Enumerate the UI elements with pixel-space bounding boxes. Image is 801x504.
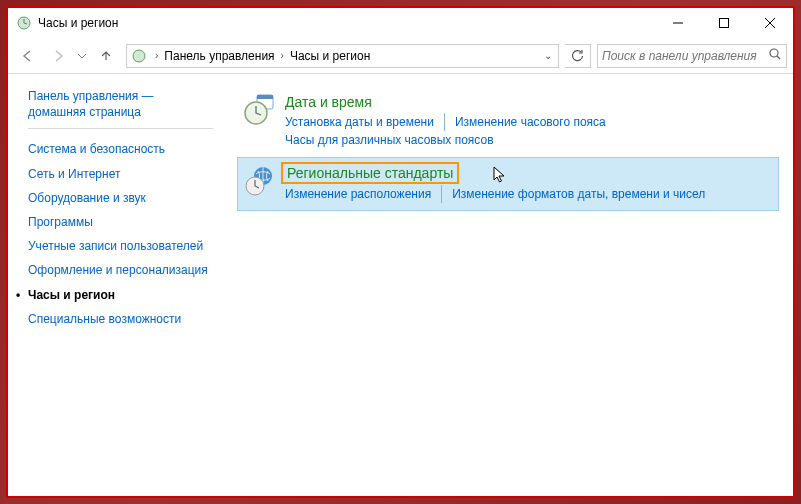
address-dropdown[interactable]: ⌄	[538, 50, 558, 61]
panel-title-datetime[interactable]: Дата и время	[285, 94, 372, 110]
sidebar-item-appearance[interactable]: Оформление и персонализация	[28, 258, 213, 282]
link-change-formats[interactable]: Изменение форматов даты, времени и чисел	[452, 185, 705, 203]
sidebar-item-network[interactable]: Сеть и Интернет	[28, 162, 213, 186]
svg-point-3	[770, 49, 778, 57]
sidebar: Панель управления — домашняя страница Си…	[8, 74, 223, 496]
panel-title-regional[interactable]: Региональные стандарты	[281, 162, 459, 184]
control-panel-window: Часы и регион › Панель управления › Часы…	[8, 8, 793, 496]
sidebar-item-clock-region[interactable]: Часы и регион	[28, 283, 213, 307]
link-change-location[interactable]: Изменение расположения	[285, 185, 442, 203]
address-icon	[131, 48, 147, 64]
sidebar-item-programs[interactable]: Программы	[28, 210, 213, 234]
forward-button[interactable]	[44, 42, 72, 70]
title-bar: Часы и регион	[8, 8, 793, 38]
chevron-right-icon: ›	[151, 50, 162, 61]
chevron-right-icon: ›	[277, 50, 288, 61]
close-button[interactable]	[747, 8, 793, 38]
search-input[interactable]	[602, 49, 769, 63]
up-button[interactable]	[92, 42, 120, 70]
nav-bar: › Панель управления › Часы и регион ⌄	[8, 38, 793, 74]
maximize-button[interactable]	[701, 8, 747, 38]
refresh-button[interactable]	[565, 44, 591, 68]
breadcrumb-seg-2[interactable]: Часы и регион	[288, 49, 372, 63]
sidebar-item-hardware[interactable]: Оборудование и звук	[28, 186, 213, 210]
content-pane: Дата и время Установка даты и времени Из…	[223, 74, 793, 496]
sidebar-item-accounts[interactable]: Учетные записи пользователей	[28, 234, 213, 258]
sidebar-home-link[interactable]: Панель управления — домашняя страница	[28, 88, 213, 120]
window-title: Часы и регион	[38, 16, 655, 30]
svg-rect-1	[720, 19, 729, 28]
sidebar-item-accessibility[interactable]: Специальные возможности	[28, 307, 213, 331]
breadcrumb-seg-1[interactable]: Панель управления	[162, 49, 276, 63]
sidebar-divider	[28, 128, 213, 129]
globe-clock-icon	[243, 165, 275, 197]
panel-regional: Региональные стандарты Изменение располо…	[237, 157, 779, 211]
svg-point-2	[133, 50, 145, 62]
minimize-button[interactable]	[655, 8, 701, 38]
svg-rect-5	[257, 95, 273, 99]
search-icon[interactable]	[769, 47, 782, 65]
link-additional-clocks[interactable]: Часы для различных часовых поясов	[285, 131, 494, 149]
clock-icon	[243, 94, 275, 126]
panel-date-time: Дата и время Установка даты и времени Из…	[237, 86, 779, 157]
link-change-timezone[interactable]: Изменение часового пояса	[455, 113, 606, 131]
back-button[interactable]	[14, 42, 42, 70]
sidebar-item-system[interactable]: Система и безопасность	[28, 137, 213, 161]
window-icon	[16, 15, 32, 31]
address-bar[interactable]: › Панель управления › Часы и регион ⌄	[126, 44, 559, 68]
recent-dropdown[interactable]	[74, 42, 90, 70]
search-box[interactable]	[597, 44, 787, 68]
link-set-date-time[interactable]: Установка даты и времени	[285, 113, 445, 131]
